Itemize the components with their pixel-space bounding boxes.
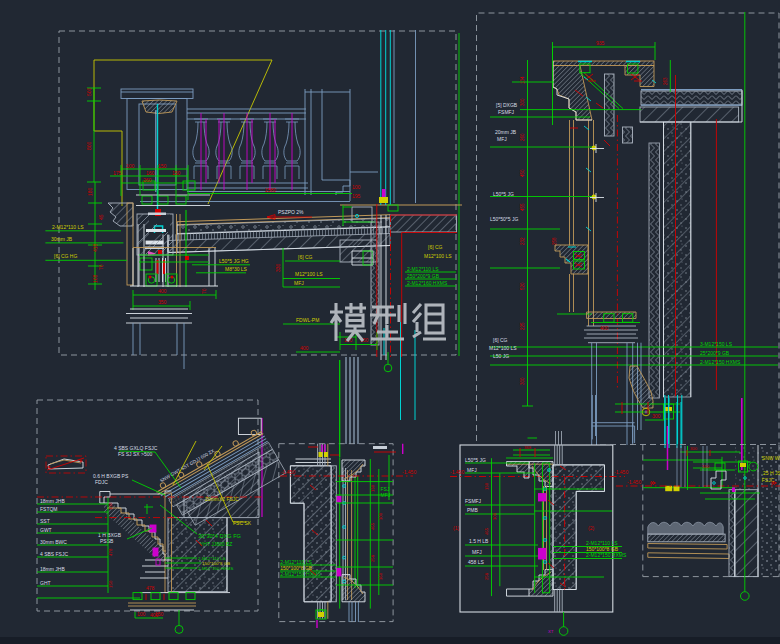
svg-text:465: 465: [370, 522, 375, 530]
svg-text:330: 330: [275, 263, 281, 272]
svg-text:1580: 1580: [265, 187, 276, 193]
svg-text:-1.450: -1.450: [627, 479, 641, 485]
svg-text:70: 70: [201, 288, 207, 294]
svg-text:400: 400: [150, 612, 159, 618]
svg-text:150: 150: [108, 580, 113, 588]
svg-text:225: 225: [520, 322, 525, 330]
svg-text:[6] CG: [6] CG: [428, 244, 443, 250]
svg-text:MFJ: MFJ: [294, 280, 304, 286]
svg-text:300: 300: [492, 512, 497, 520]
svg-text:175: 175: [113, 170, 122, 176]
svg-text:130: 130: [108, 502, 113, 510]
svg-text:400: 400: [600, 325, 609, 331]
svg-text:258: 258: [370, 554, 375, 562]
svg-text:M12*100 LS: M12*100 LS: [295, 271, 323, 277]
svg-text:2-M12*160 HXMS: 2-M12*160 HXMS: [407, 280, 448, 286]
svg-text:L50*5 JG: L50*5 JG: [493, 191, 514, 197]
svg-text:FSMFJ: FSMFJ: [498, 109, 515, 115]
svg-text:300: 300: [652, 413, 661, 419]
svg-text:418: 418: [92, 243, 98, 252]
svg-text:4 SBS FSJC: 4 SBS FSJC: [40, 551, 68, 557]
svg-text:FSC SK: FSC SK: [233, 520, 252, 526]
svg-text:1.5 H LB: 1.5 H LB: [469, 538, 489, 544]
svg-text:-1.450: -1.450: [614, 469, 628, 475]
svg-text:500: 500: [86, 87, 92, 96]
svg-text:SST: SST: [40, 518, 50, 524]
svg-text:30mm BWC: 30mm BWC: [40, 539, 67, 545]
svg-text:250*200*9 GB: 250*200*9 GB: [407, 273, 440, 279]
svg-text:150: 150: [172, 170, 181, 176]
svg-text:-1.450: -1.450: [402, 469, 416, 475]
svg-text:SNW WM: SNW WM: [762, 455, 780, 461]
svg-text:935: 935: [596, 40, 605, 46]
svg-text:[6] CG HG: [6] CG HG: [54, 253, 77, 259]
svg-text:30*30*4 DXG FG: 30*30*4 DXG FG: [198, 533, 241, 539]
svg-text:FSMFJ: FSMFJ: [465, 498, 482, 504]
svg-text:160: 160: [146, 170, 155, 176]
svg-text:-1.450: -1.450: [281, 469, 295, 475]
svg-text:(1): (1): [453, 525, 459, 531]
svg-text:150: 150: [702, 464, 710, 469]
svg-text:45: 45: [98, 214, 104, 220]
svg-text:[6] CG: [6] CG: [493, 337, 508, 343]
svg-text:2-M12*150 HXMS: 2-M12*150 HXMS: [700, 359, 741, 365]
svg-text:30mm JB: 30mm JB: [51, 236, 73, 242]
svg-text:(2): (2): [588, 525, 594, 531]
svg-text:195: 195: [352, 193, 361, 199]
svg-text:2-M12*150 HXMS: 2-M12*150 HXMS: [198, 566, 233, 571]
svg-text:2-M12*110 LS: 2-M12*110 LS: [52, 224, 84, 230]
svg-text:2-M12*150 HXMS: 2-M12*150 HXMS: [586, 552, 627, 558]
svg-text:MFJ: MFJ: [467, 467, 477, 473]
svg-text:478: 478: [108, 548, 113, 556]
svg-text:455: 455: [520, 203, 525, 211]
svg-text:MFJ: MFJ: [381, 492, 391, 498]
svg-text:3-M12*150 LS: 3-M12*150 LS: [700, 341, 733, 347]
svg-text:25*200*9 GB: 25*200*9 GB: [700, 350, 730, 356]
svg-text:180: 180: [87, 187, 93, 196]
svg-text:PMB: PMB: [467, 507, 479, 513]
svg-text:300: 300: [378, 512, 383, 520]
svg-text:300: 300: [520, 377, 525, 385]
svg-text:PSSB: PSSB: [100, 538, 114, 544]
svg-text:FDWL-PM: FDWL-PM: [296, 317, 319, 323]
svg-text:108: 108: [92, 274, 98, 283]
svg-text:300: 300: [690, 446, 698, 451]
svg-text:FSTQM: FSTQM: [40, 506, 58, 512]
svg-text:100: 100: [137, 611, 146, 617]
svg-text:232: 232: [520, 237, 525, 245]
svg-text:-1.450: -1.450: [450, 469, 464, 475]
svg-text:2-M12*110 LS: 2-M12*110 LS: [407, 266, 439, 272]
svg-text:478: 478: [146, 585, 155, 591]
svg-text:18mm JHB: 18mm JHB: [40, 566, 65, 572]
svg-text:258: 258: [552, 237, 557, 245]
svg-text:20mm JB: 20mm JB: [495, 129, 517, 135]
svg-text:800: 800: [86, 141, 92, 150]
svg-text:360: 360: [378, 572, 383, 580]
svg-text:L50*50*5 JG: L50*50*5 JG: [490, 216, 518, 222]
svg-text:M12*100 LS: M12*100 LS: [489, 345, 517, 351]
svg-text:25 H JSBWC: 25 H JSBWC: [763, 470, 780, 476]
svg-text:368: 368: [524, 445, 532, 450]
svg-text:18mm JHB: 18mm JHB: [40, 498, 65, 504]
svg-text:MFJ: MFJ: [497, 136, 507, 142]
svg-text:150: 150: [158, 163, 167, 169]
svg-text:260: 260: [143, 177, 152, 183]
svg-text:L50 JG: L50 JG: [493, 353, 509, 359]
svg-text:FDJC: FDJC: [95, 479, 108, 485]
svg-text:130: 130: [484, 482, 489, 490]
svg-text:GHT: GHT: [40, 580, 51, 586]
svg-text:100: 100: [352, 184, 361, 190]
svg-text:GWT: GWT: [40, 527, 52, 533]
svg-text:XT: XT: [548, 629, 554, 634]
svg-text:M8*30 LS: M8*30 LS: [225, 266, 248, 272]
svg-text:260: 260: [520, 133, 525, 141]
svg-text:350: 350: [158, 299, 167, 305]
svg-text:400: 400: [158, 288, 167, 294]
svg-text:465: 465: [484, 527, 489, 535]
svg-text:400: 400: [300, 345, 309, 351]
svg-text:263: 263: [663, 77, 668, 85]
svg-text:[5] DXGB: [5] DXGB: [496, 102, 518, 108]
svg-text:[6] CG: [6] CG: [298, 254, 313, 260]
svg-text:134: 134: [520, 76, 525, 84]
svg-text:PSZPO 2%: PSZPO 2%: [278, 209, 304, 215]
